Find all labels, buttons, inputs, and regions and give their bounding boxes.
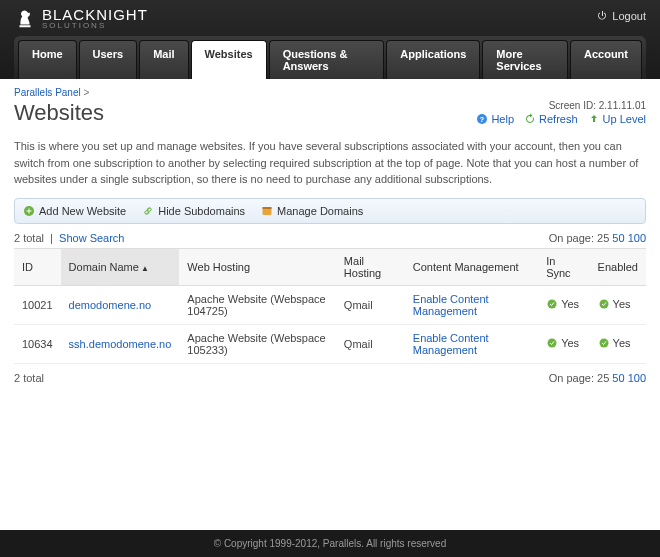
tab-more-services[interactable]: More Services bbox=[482, 40, 568, 79]
toolbar: Add New Website Hide Subdomains Manage D… bbox=[14, 198, 646, 224]
col-id[interactable]: ID bbox=[14, 248, 61, 285]
perpage-50-b[interactable]: 50 bbox=[612, 372, 624, 384]
breadcrumb: Parallels Panel > bbox=[14, 87, 646, 98]
tab-questions-answers[interactable]: Questions & Answers bbox=[269, 40, 385, 79]
check-icon bbox=[598, 298, 610, 310]
tab-users[interactable]: Users bbox=[79, 40, 138, 79]
total-count-bottom: 2 total bbox=[14, 372, 44, 384]
cell-mailhosting: Qmail bbox=[336, 285, 405, 324]
pagination-top: On page: 25 50 100 bbox=[549, 232, 646, 244]
link-icon bbox=[142, 205, 154, 217]
enabled-yes: Yes bbox=[598, 337, 631, 349]
cell-id: 10021 bbox=[14, 285, 61, 324]
tab-websites[interactable]: Websites bbox=[191, 40, 267, 79]
enabled-yes: Yes bbox=[598, 298, 631, 310]
hide-subdomains-button[interactable]: Hide Subdomains bbox=[142, 205, 245, 217]
domain-link[interactable]: demodomene.no bbox=[69, 299, 152, 311]
total-count: 2 total bbox=[14, 232, 44, 244]
breadcrumb-root[interactable]: Parallels Panel bbox=[14, 87, 81, 98]
websites-table: ID Domain Name▲ Web Hosting Mail Hosting… bbox=[14, 248, 646, 364]
add-website-button[interactable]: Add New Website bbox=[23, 205, 126, 217]
power-icon bbox=[596, 10, 608, 22]
add-icon bbox=[23, 205, 35, 217]
knight-icon bbox=[14, 7, 36, 29]
insync-yes: Yes bbox=[546, 298, 579, 310]
tab-account[interactable]: Account bbox=[570, 40, 642, 79]
domain-link[interactable]: ssh.demodomene.no bbox=[69, 338, 172, 350]
col-webhosting[interactable]: Web Hosting bbox=[179, 248, 336, 285]
uplevel-icon bbox=[588, 113, 600, 125]
col-content[interactable]: Content Management bbox=[405, 248, 538, 285]
help-icon: ? bbox=[476, 113, 488, 125]
tab-mail[interactable]: Mail bbox=[139, 40, 188, 79]
page-title: Websites bbox=[14, 100, 104, 126]
content-mgmt-link[interactable]: Enable Content Management bbox=[413, 293, 489, 317]
refresh-link[interactable]: Refresh bbox=[524, 113, 578, 125]
table-row: 10021demodomene.noApache Website (Webspa… bbox=[14, 285, 646, 324]
table-row: 10634ssh.demodomene.noApache Website (We… bbox=[14, 324, 646, 363]
perpage-100[interactable]: 100 bbox=[628, 232, 646, 244]
perpage-50[interactable]: 50 bbox=[612, 232, 624, 244]
tab-home[interactable]: Home bbox=[18, 40, 77, 79]
col-enabled[interactable]: Enabled bbox=[590, 248, 646, 285]
main-nav: HomeUsersMailWebsitesQuestions & Answers… bbox=[14, 36, 646, 79]
show-search-link[interactable]: Show Search bbox=[59, 232, 124, 244]
window-icon bbox=[261, 205, 273, 217]
cell-id: 10634 bbox=[14, 324, 61, 363]
page-description: This is where you set up and manage webs… bbox=[14, 138, 646, 188]
svg-rect-4 bbox=[263, 207, 272, 209]
svg-point-7 bbox=[548, 338, 557, 347]
logout-link[interactable]: Logout bbox=[596, 10, 646, 22]
svg-point-6 bbox=[599, 299, 608, 308]
screen-id: Screen ID: 2.11.11.01 bbox=[476, 100, 646, 111]
col-domain[interactable]: Domain Name▲ bbox=[61, 248, 180, 285]
cell-mailhosting: Qmail bbox=[336, 324, 405, 363]
footer-copyright: © Copyright 1999-2012, Parallels. All ri… bbox=[0, 530, 660, 557]
uplevel-link[interactable]: Up Level bbox=[588, 113, 646, 125]
svg-point-5 bbox=[548, 299, 557, 308]
col-insync[interactable]: In Sync bbox=[538, 248, 589, 285]
check-icon bbox=[598, 337, 610, 349]
check-icon bbox=[546, 337, 558, 349]
refresh-icon bbox=[524, 113, 536, 125]
content-mgmt-link[interactable]: Enable Content Management bbox=[413, 332, 489, 356]
pagination-bottom: On page: 25 50 100 bbox=[549, 372, 646, 384]
manage-domains-button[interactable]: Manage Domains bbox=[261, 205, 363, 217]
help-link[interactable]: ?Help bbox=[476, 113, 514, 125]
svg-text:?: ? bbox=[480, 116, 484, 123]
check-icon bbox=[546, 298, 558, 310]
sort-asc-icon: ▲ bbox=[141, 264, 149, 273]
insync-yes: Yes bbox=[546, 337, 579, 349]
perpage-100-b[interactable]: 100 bbox=[628, 372, 646, 384]
tab-applications[interactable]: Applications bbox=[386, 40, 480, 79]
brand-logo: BLACKNIGHT SOLUTIONS bbox=[14, 6, 646, 30]
svg-point-8 bbox=[599, 338, 608, 347]
cell-webhosting: Apache Website (Webspace 104725) bbox=[179, 285, 336, 324]
col-mailhosting[interactable]: Mail Hosting bbox=[336, 248, 405, 285]
cell-webhosting: Apache Website (Webspace 105233) bbox=[179, 324, 336, 363]
